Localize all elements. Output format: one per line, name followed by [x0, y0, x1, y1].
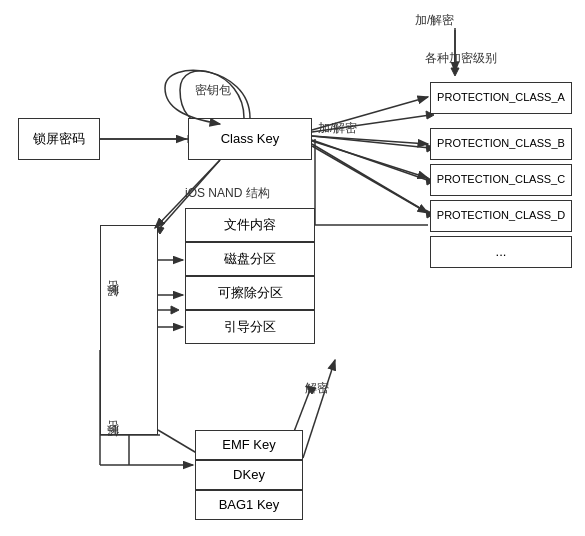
encrypt-decrypt-top-label: 加/解密 [415, 12, 454, 29]
boot-partition-label: 引导分区 [224, 318, 276, 336]
file-content-label: 文件内容 [224, 216, 276, 234]
diagram: 锁屏密码 Class Key 密钥包 加/解密 加/解密 各种加密级别 PROT… [0, 0, 585, 536]
emf-key-label: EMF Key [222, 436, 275, 454]
svg-line-9 [312, 144, 430, 214]
svg-line-26 [312, 146, 428, 213]
dkey-box: DKey [195, 460, 303, 490]
protection-d-box: PROTECTION_CLASS_D [430, 200, 572, 232]
disk-partition-label: 磁盘分区 [224, 250, 276, 268]
lock-password-label: 锁屏密码 [33, 130, 85, 148]
svg-marker-16 [171, 306, 179, 314]
svg-line-36 [303, 360, 335, 458]
key-package-label: 密钥包 [195, 82, 231, 99]
protection-etc-label: ... [496, 243, 507, 261]
svg-marker-20 [451, 68, 459, 76]
decrypt-left-label: 解密 [105, 300, 122, 306]
svg-line-5 [312, 136, 430, 148]
decrypt-bottom-right-label: 解密 [305, 380, 329, 397]
class-key-label: Class Key [221, 130, 280, 148]
bag1-key-label: BAG1 Key [219, 496, 280, 514]
bag1-key-box: BAG1 Key [195, 490, 303, 520]
encrypt-decrypt-class-label: 加/解密 [318, 120, 357, 137]
dkey-label: DKey [233, 466, 265, 484]
file-content-box: 文件内容 [185, 208, 315, 242]
decrypt-bottom-left-label: 解密 [105, 440, 122, 446]
svg-line-25 [312, 141, 428, 178]
emf-key-box: EMF Key [195, 430, 303, 460]
various-levels-label: 各种加密级别 [425, 50, 497, 67]
protection-c-box: PROTECTION_CLASS_C [430, 164, 572, 196]
class-key-box: Class Key [188, 118, 312, 160]
boot-partition-box: 引导分区 [185, 310, 315, 344]
protection-b-box: PROTECTION_CLASS_B [430, 128, 572, 160]
svg-line-13 [158, 430, 200, 455]
protection-a-box: PROTECTION_CLASS_A [430, 82, 572, 114]
disk-partition-box: 磁盘分区 [185, 242, 315, 276]
protection-b-label: PROTECTION_CLASS_B [437, 136, 565, 151]
svg-line-7 [312, 140, 430, 181]
protection-c-label: PROTECTION_CLASS_C [437, 172, 565, 187]
protection-d-label: PROTECTION_CLASS_D [437, 208, 565, 223]
erasable-partition-label: 可擦除分区 [218, 284, 283, 302]
protection-etc-box: ... [430, 236, 572, 268]
protection-a-label: PROTECTION_CLASS_A [437, 90, 565, 105]
erasable-partition-box: 可擦除分区 [185, 276, 315, 310]
left-tall-box [100, 225, 158, 435]
svg-line-24 [312, 136, 428, 144]
lock-password-box: 锁屏密码 [18, 118, 100, 160]
ios-nand-label: iOS NAND 结构 [185, 185, 270, 202]
